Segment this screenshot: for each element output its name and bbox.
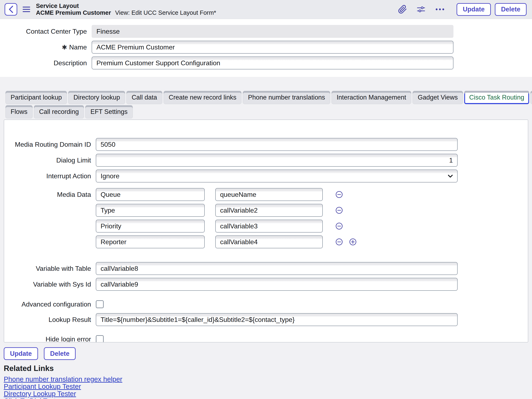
link-phone-number-translation-regex-helper[interactable]: Phone number translation regex helper [4, 375, 122, 383]
remove-media-row-button-1[interactable] [336, 191, 343, 198]
link-click-to-dial-tester[interactable]: Click To Dial Tester [4, 397, 122, 399]
media-routing-domain-id-row: Media Routing Domain ID 5050 [4, 138, 528, 151]
variable-with-table-row: Variable with Table callVariable8 [4, 262, 528, 275]
personalize-form-button[interactable] [416, 5, 426, 14]
dialog-limit-label: Dialog Limit [4, 157, 96, 164]
record-title: ACME Premium Customer [36, 9, 111, 16]
media-routing-domain-id-label: Media Routing Domain ID [4, 141, 96, 148]
tab-row-1: Participant lookup Directory lookup Call… [5, 91, 527, 104]
media-data-row: Reporter callVariable4 [4, 235, 528, 248]
cisco-task-routing-panel: Media Routing Domain ID 5050 Dialog Limi… [4, 120, 528, 342]
media-data-name-input-4[interactable]: Reporter [96, 235, 205, 248]
variable-with-table-label: Variable with Table [4, 265, 96, 272]
lookup-result-input[interactable]: Title=${number}&Subtitle1=${caller_id}&S… [96, 313, 458, 326]
dialog-limit-row: Dialog Limit 1 [4, 154, 528, 167]
name-label: ✱ Name [0, 44, 92, 51]
minus-circle-icon [336, 238, 343, 246]
update-button-footer[interactable]: Update [4, 347, 38, 360]
hide-login-error-checkbox[interactable] [96, 335, 104, 342]
advanced-configuration-checkbox[interactable] [96, 300, 104, 308]
contact-center-type-value: Finesse [96, 28, 120, 35]
media-data-row: Media Data Queue queueName [4, 188, 528, 201]
tab-cisco-task-routing[interactable]: Cisco Task Routing [464, 91, 529, 104]
header-titles: Service Layout ACME Premium Customer Vie… [36, 2, 216, 16]
lookup-result-row: Lookup Result Title=${number}&Subtitle1=… [4, 313, 528, 326]
tab-flows[interactable]: Flows [5, 105, 33, 119]
media-data-name-input-3[interactable]: Priority [96, 220, 205, 233]
variable-with-sys-id-input[interactable]: callVariable9 [96, 278, 458, 291]
advanced-configuration-row: Advanced configuration [4, 300, 528, 308]
dialog-limit-input[interactable]: 1 [96, 154, 458, 167]
name-row: ✱ Name ACME Premium Customer [0, 41, 532, 54]
tab-call-recording[interactable]: Call recording [34, 105, 84, 119]
more-options-button[interactable] [435, 5, 445, 14]
chevron-down-icon [447, 173, 454, 179]
remove-media-row-button-4[interactable] [336, 238, 343, 246]
plus-circle-icon [349, 238, 357, 246]
form-footer-actions: Update Delete [4, 347, 76, 360]
form-tabs: Participant lookup Directory lookup Call… [5, 91, 527, 120]
interrupt-action-select[interactable]: Ignore [96, 170, 458, 183]
interrupt-action-label: Interrupt Action [4, 172, 96, 180]
sliders-icon [416, 5, 426, 14]
remove-media-row-button-2[interactable] [336, 207, 343, 214]
tab-create-new-record-links[interactable]: Create new record links [164, 91, 242, 104]
hide-login-error-label: Hide login error [4, 336, 96, 343]
related-links-section: Related Links Phone number translation r… [4, 364, 122, 399]
contact-center-type-row: Contact Center Type Finesse [0, 25, 532, 38]
media-data-variable-input-1[interactable]: queueName [215, 188, 323, 201]
tab-call-data[interactable]: Call data [126, 91, 162, 104]
name-value: ACME Premium Customer [96, 44, 175, 51]
link-directory-lookup-tester[interactable]: Directory Lookup Tester [4, 390, 122, 397]
remove-media-row-button-3[interactable] [336, 222, 343, 230]
media-data-variable-input-4[interactable]: callVariable4 [215, 235, 323, 248]
tab-gadget-views[interactable]: Gadget Views [412, 91, 463, 104]
media-data-variable-input-3[interactable]: callVariable3 [215, 220, 323, 233]
paperclip-icon [398, 5, 407, 14]
media-routing-domain-id-input[interactable]: 5050 [96, 138, 458, 151]
contact-center-type-label: Contact Center Type [0, 28, 92, 35]
description-row: Description Premium Customer Support Con… [0, 57, 532, 70]
tab-phone-number-translations[interactable]: Phone number translations [243, 91, 330, 104]
tab-directory-lookup[interactable]: Directory lookup [68, 91, 125, 104]
interrupt-action-row: Interrupt Action Ignore [4, 170, 528, 183]
record-fields-section: Contact Center Type Finesse ✱ Name ACME … [0, 19, 532, 77]
minus-circle-icon [336, 207, 343, 214]
lookup-result-label: Lookup Result [4, 316, 96, 323]
update-button-header[interactable]: Update [456, 3, 491, 16]
delete-button-footer[interactable]: Delete [44, 347, 76, 360]
description-input[interactable]: Premium Customer Support Configuration [92, 57, 453, 70]
tab-row-2: Flows Call recording EFT Settings [5, 105, 527, 119]
minus-circle-icon [336, 191, 343, 198]
menu-icon[interactable] [23, 7, 30, 12]
media-data-name-input-2[interactable]: Type [96, 204, 205, 217]
dialog-limit-value: 1 [449, 157, 453, 164]
media-data-row: Priority callVariable3 [4, 220, 528, 233]
attachment-button[interactable] [398, 5, 407, 14]
add-media-row-button[interactable] [349, 238, 357, 246]
hide-login-error-row: Hide login error [4, 335, 528, 342]
description-label: Description [0, 59, 92, 67]
tab-federation-awa[interactable]: Federation (AWA) [530, 91, 532, 104]
page-title: Service Layout [36, 2, 216, 9]
tab-interaction-management[interactable]: Interaction Management [331, 91, 411, 104]
link-participant-lookup-tester[interactable]: Participant Lookup Tester [4, 383, 122, 390]
delete-button-header[interactable]: Delete [495, 3, 527, 16]
view-label: View: Edit UCC Service Layout Form* [115, 9, 216, 16]
header-bar: Service Layout ACME Premium Customer Vie… [0, 0, 532, 19]
description-value: Premium Customer Support Configuration [96, 59, 220, 67]
chevron-left-icon [8, 5, 14, 13]
minus-circle-icon [336, 222, 343, 230]
media-data-row: Type callVariable2 [4, 204, 528, 217]
media-routing-domain-id-value: 5050 [101, 141, 115, 148]
advanced-configuration-label: Advanced configuration [4, 300, 96, 308]
tab-eft-settings[interactable]: EFT Settings [85, 105, 133, 119]
media-data-section: Media Data Queue queueName Type callVari… [4, 188, 528, 248]
contact-center-type-field: Finesse [92, 25, 453, 38]
media-data-name-input-1[interactable]: Queue [96, 188, 205, 201]
variable-with-table-input[interactable]: callVariable8 [96, 262, 458, 275]
media-data-variable-input-2[interactable]: callVariable2 [215, 204, 323, 217]
name-input[interactable]: ACME Premium Customer [92, 41, 453, 54]
back-button[interactable] [5, 3, 17, 16]
tab-participant-lookup[interactable]: Participant lookup [5, 91, 67, 104]
